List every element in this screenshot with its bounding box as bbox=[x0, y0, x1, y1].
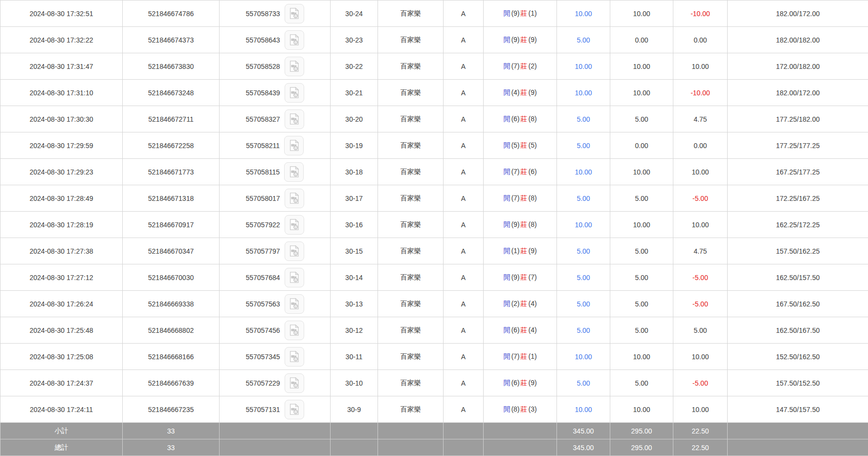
player-label: 閒 bbox=[503, 379, 510, 387]
player-score: (9) bbox=[511, 220, 519, 228]
video-file-icon bbox=[288, 86, 301, 99]
video-replay-button[interactable] bbox=[285, 373, 304, 393]
player-score: (7) bbox=[511, 194, 519, 202]
session-id: 557058211 bbox=[246, 142, 280, 150]
bet-record-row: 2024-08-30 17:32:22 521846674373 5570586… bbox=[0, 27, 868, 53]
banker-label: 莊 bbox=[521, 326, 528, 334]
player-label: 閒 bbox=[503, 88, 510, 96]
bet-amount: 10.00 bbox=[557, 396, 610, 423]
player-label: 閒 bbox=[503, 300, 510, 307]
table-label: A bbox=[444, 0, 484, 27]
video-replay-button[interactable] bbox=[285, 400, 304, 419]
balance: 172.25/167.25 bbox=[728, 185, 868, 212]
video-replay-button[interactable] bbox=[285, 241, 304, 261]
player-score: (7) bbox=[511, 62, 519, 70]
game-result: 閒(9)莊(8) bbox=[484, 212, 557, 238]
banker-score: (8) bbox=[529, 220, 537, 228]
bet-amount: 5.00 bbox=[557, 238, 610, 264]
bet-record-row: 2024-08-30 17:28:49 521846671318 5570580… bbox=[0, 185, 868, 212]
video-replay-button[interactable] bbox=[285, 57, 304, 76]
valid-bet: 10.00 bbox=[610, 212, 673, 238]
session-cell: 557057684 bbox=[220, 264, 331, 291]
win-loss: 5.00 bbox=[673, 317, 728, 344]
game-result: 閒(7)莊(1) bbox=[484, 344, 557, 370]
session-id: 557057345 bbox=[245, 353, 280, 361]
video-file-icon bbox=[288, 192, 301, 205]
player-label: 閒 bbox=[503, 194, 510, 202]
game-result: 閒(7)莊(2) bbox=[484, 53, 557, 80]
valid-bet: 0.00 bbox=[610, 27, 673, 53]
bet-record-row: 2024-08-30 17:25:48 521846668802 5570574… bbox=[0, 317, 868, 344]
video-replay-button[interactable] bbox=[285, 83, 304, 103]
game-type: 百家樂 bbox=[378, 132, 444, 159]
video-replay-button[interactable] bbox=[285, 109, 304, 129]
banker-label: 莊 bbox=[521, 379, 528, 387]
bet-amount: 5.00 bbox=[557, 27, 610, 53]
bet-id: 521846668166 bbox=[123, 344, 220, 370]
bet-time: 2024-08-30 17:32:22 bbox=[0, 27, 123, 53]
win-loss: 4.75 bbox=[673, 238, 728, 264]
video-replay-button[interactable] bbox=[285, 321, 304, 340]
balance: 182.00/172.00 bbox=[728, 0, 868, 27]
session-cell: 557057797 bbox=[220, 238, 331, 264]
bet-time: 2024-08-30 17:24:11 bbox=[0, 396, 123, 423]
session-cell: 557057563 bbox=[220, 291, 331, 317]
valid-bet: 5.00 bbox=[610, 370, 673, 396]
video-replay-button[interactable] bbox=[285, 268, 304, 287]
video-replay-button[interactable] bbox=[285, 189, 304, 208]
session-cell: 557058211 bbox=[220, 132, 331, 159]
player-score: (2) bbox=[511, 300, 519, 307]
video-file-icon bbox=[288, 244, 301, 258]
valid-bet: 5.00 bbox=[610, 238, 673, 264]
video-replay-button[interactable] bbox=[284, 162, 304, 182]
summary-empty bbox=[484, 439, 557, 456]
win-loss: -5.00 bbox=[673, 264, 728, 291]
banker-score: (9) bbox=[529, 88, 537, 96]
video-replay-button[interactable] bbox=[285, 30, 304, 50]
win-loss: 0.00 bbox=[673, 132, 728, 159]
video-replay-button[interactable] bbox=[285, 347, 304, 367]
bet-time: 2024-08-30 17:28:49 bbox=[0, 185, 123, 212]
video-replay-button[interactable] bbox=[285, 294, 304, 314]
balance: 167.50/162.50 bbox=[728, 291, 868, 317]
session-id: 557057563 bbox=[245, 300, 280, 308]
bet-id: 521846668802 bbox=[123, 317, 220, 344]
bet-id: 521846673248 bbox=[123, 80, 220, 106]
balance: 172.00/182.00 bbox=[728, 53, 868, 80]
bet-amount: 5.00 bbox=[557, 185, 610, 212]
banker-score: (9) bbox=[529, 247, 537, 255]
player-label: 閒 bbox=[503, 141, 510, 149]
banker-score: (9) bbox=[529, 36, 537, 43]
valid-bet: 5.00 bbox=[610, 106, 673, 132]
round-number: 30-10 bbox=[331, 370, 378, 396]
session-id: 557058643 bbox=[245, 36, 280, 44]
video-replay-button[interactable] bbox=[285, 4, 304, 23]
summary-empty bbox=[728, 423, 868, 439]
balance: 177.25/177.25 bbox=[728, 132, 868, 159]
bet-id: 521846672258 bbox=[123, 132, 220, 159]
video-file-icon bbox=[288, 324, 301, 337]
round-number: 30-20 bbox=[331, 106, 378, 132]
session-id: 557058733 bbox=[245, 10, 280, 18]
player-score: (6) bbox=[511, 326, 519, 334]
player-score: (7) bbox=[511, 352, 519, 360]
win-loss: -5.00 bbox=[673, 291, 728, 317]
bet-record-row: 2024-08-30 17:27:12 521846670030 5570576… bbox=[0, 264, 868, 291]
game-result: 閒(9)莊(1) bbox=[484, 0, 557, 27]
session-cell: 557058115 bbox=[220, 159, 331, 185]
bet-record-row: 2024-08-30 17:25:08 521846668166 5570573… bbox=[0, 344, 868, 370]
video-replay-button[interactable] bbox=[284, 136, 304, 155]
table-label: A bbox=[444, 317, 484, 344]
summary-empty bbox=[331, 439, 378, 456]
balance: 162.50/167.50 bbox=[728, 317, 868, 344]
video-replay-button[interactable] bbox=[285, 215, 304, 235]
summary-empty bbox=[220, 423, 331, 439]
banker-label: 莊 bbox=[521, 141, 528, 149]
valid-bet: 10.00 bbox=[610, 159, 673, 185]
round-number: 30-23 bbox=[331, 27, 378, 53]
summary-count: 33 bbox=[123, 439, 220, 456]
video-file-icon bbox=[288, 350, 301, 363]
session-cell: 557057456 bbox=[220, 317, 331, 344]
bet-amount: 10.00 bbox=[557, 53, 610, 80]
balance: 152.50/162.50 bbox=[728, 344, 868, 370]
